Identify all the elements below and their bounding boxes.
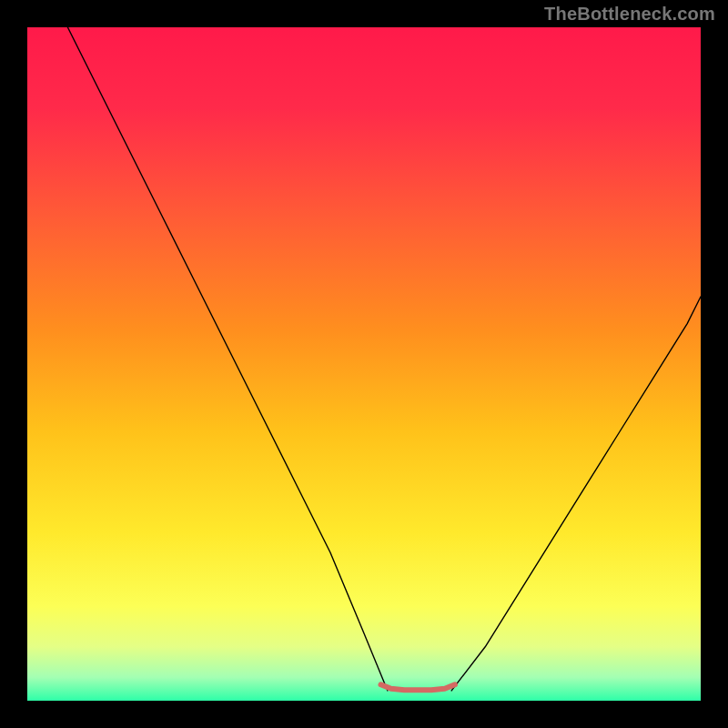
chart-plot <box>27 27 701 701</box>
chart-stage: TheBottleneck.com <box>0 0 728 728</box>
chart-background <box>27 27 701 701</box>
watermark-text: TheBottleneck.com <box>544 4 715 25</box>
chart-svg <box>27 27 701 701</box>
